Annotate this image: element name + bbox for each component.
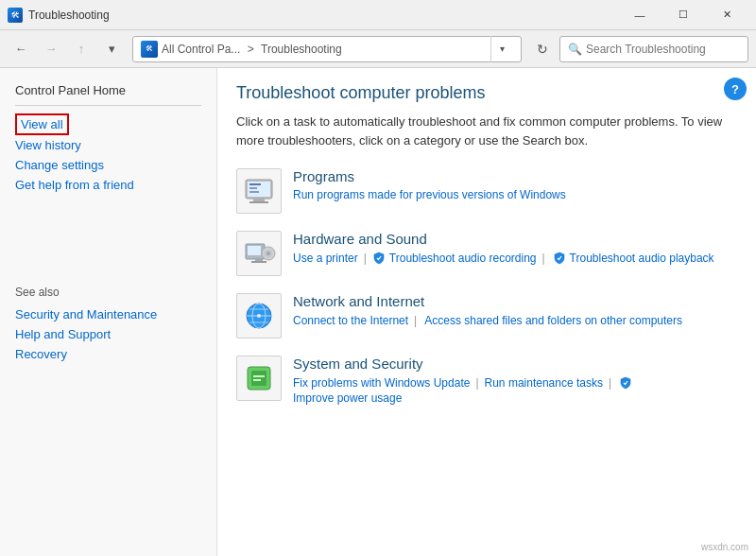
system-link-windows-update[interactable]: Fix problems with Windows Update: [293, 376, 470, 390]
forward-button[interactable]: →: [38, 36, 64, 62]
main-container: Control Panel Home View all View history…: [0, 68, 756, 556]
sidebar-link-view-history[interactable]: View history: [15, 135, 201, 155]
back-button[interactable]: ←: [8, 36, 34, 62]
hardware-sep-2: |: [541, 252, 544, 265]
navigation-bar: ← → ↑ ▾ 🛠 All Control Pa... > Troublesho…: [0, 30, 756, 68]
network-links: Connect to the Internet | Access shared …: [293, 313, 737, 327]
page-description: Click on a task to automatically trouble…: [236, 113, 737, 149]
system-icon: [236, 356, 282, 401]
programs-svg: [242, 174, 276, 208]
hardware-icon: [236, 231, 282, 276]
svg-rect-6: [249, 201, 268, 203]
hardware-title[interactable]: Hardware and Sound: [293, 231, 737, 247]
sidebar-link-recovery[interactable]: Recovery: [15, 344, 201, 364]
address-dropdown[interactable]: ▾: [490, 36, 513, 62]
hardware-sep-1: |: [364, 252, 367, 265]
sidebar-link-security[interactable]: Security and Maintenance: [15, 304, 201, 324]
network-content: Network and Internet Connect to the Inte…: [293, 293, 737, 327]
system-sep-2: |: [609, 376, 611, 390]
svg-rect-2: [249, 183, 261, 185]
refresh-button[interactable]: ↻: [529, 36, 556, 62]
minimize-button[interactable]: —: [618, 0, 662, 30]
shield-icon-audio-rec: [372, 252, 386, 265]
window-title: Troubleshooting: [28, 9, 618, 22]
sidebar-link-help[interactable]: Help and Support: [15, 324, 201, 344]
system-link-maintenance[interactable]: Run maintenance tasks: [485, 376, 603, 390]
hardware-links: Use a printer | Troubleshoot audio recor…: [293, 251, 737, 265]
system-content: System and Security Fix problems with Wi…: [293, 356, 737, 405]
content-area: ? Troubleshoot computer problems Click o…: [217, 68, 756, 556]
programs-links: Run programs made for previous versions …: [293, 188, 737, 201]
svg-rect-4: [249, 191, 259, 193]
shield-icon-power: [619, 376, 632, 390]
sidebar-link-view-all[interactable]: View all: [15, 113, 69, 135]
network-svg: [242, 299, 276, 333]
see-also-label: See also: [15, 286, 201, 299]
sidebar-divider: [15, 105, 201, 106]
programs-link-0[interactable]: Run programs made for previous versions …: [293, 188, 566, 201]
svg-rect-5: [253, 199, 265, 201]
svg-rect-23: [253, 379, 261, 381]
address-path: All Control Pa... > Troubleshooting: [162, 43, 342, 56]
watermark: wsxdn.com: [701, 542, 748, 552]
svg-rect-8: [248, 246, 261, 255]
category-hardware: Hardware and Sound Use a printer | Troub…: [236, 231, 737, 276]
sidebar-link-change-settings[interactable]: Change settings: [15, 155, 201, 175]
svg-point-11: [266, 252, 270, 255]
svg-rect-22: [253, 375, 265, 377]
search-box[interactable]: 🔍: [559, 36, 748, 62]
search-input[interactable]: [586, 43, 740, 56]
network-icon: [236, 293, 282, 339]
window-controls: — ☐ ✕: [618, 0, 748, 30]
network-sep-1: |: [414, 314, 417, 327]
programs-icon: [236, 168, 282, 214]
svg-rect-13: [251, 261, 266, 263]
sidebar-section-main: Control Panel Home View all View history…: [0, 83, 216, 210]
close-button[interactable]: ✕: [705, 0, 748, 30]
network-link-connect[interactable]: Connect to the Internet: [293, 314, 408, 327]
system-svg: [242, 361, 276, 395]
recent-button[interactable]: ▾: [98, 36, 125, 62]
search-icon: 🔍: [568, 43, 582, 56]
svg-point-19: [257, 314, 261, 318]
programs-title[interactable]: Programs: [293, 168, 737, 184]
address-bar[interactable]: 🛠 All Control Pa... > Troubleshooting ▾: [132, 36, 522, 62]
svg-rect-12: [255, 259, 263, 261]
help-button[interactable]: ?: [724, 78, 747, 100]
title-bar: 🛠 Troubleshooting — ☐ ✕: [0, 0, 756, 30]
programs-content: Programs Run programs made for previous …: [293, 168, 737, 201]
category-system: System and Security Fix problems with Wi…: [236, 356, 737, 405]
system-links: Fix problems with Windows Update | Run m…: [293, 375, 737, 405]
system-sep-1: |: [475, 376, 478, 390]
up-button[interactable]: ↑: [68, 36, 94, 62]
hardware-svg: [242, 236, 276, 270]
sidebar: Control Panel Home View all View history…: [0, 68, 217, 556]
svg-rect-21: [251, 371, 266, 386]
category-network: Network and Internet Connect to the Inte…: [236, 293, 737, 339]
hardware-link-printer[interactable]: Use a printer: [293, 252, 358, 265]
svg-rect-3: [249, 187, 257, 189]
shield-icon-audio-play: [553, 252, 566, 265]
hardware-content: Hardware and Sound Use a printer | Troub…: [293, 231, 737, 265]
system-link-power[interactable]: Improve power usage: [293, 391, 402, 405]
system-title[interactable]: System and Security: [293, 356, 737, 372]
network-title[interactable]: Network and Internet: [293, 293, 737, 309]
app-icon: 🛠: [8, 8, 23, 23]
hardware-link-audio-play[interactable]: Troubleshoot audio playback: [570, 252, 714, 265]
sidebar-link-get-help[interactable]: Get help from a friend: [15, 175, 201, 195]
page-title: Troubleshoot computer problems: [236, 83, 737, 103]
sidebar-section-see-also: See also Security and Maintenance Help a…: [0, 286, 216, 379]
hardware-link-audio-rec[interactable]: Troubleshoot audio recording: [389, 252, 537, 265]
category-programs: Programs Run programs made for previous …: [236, 168, 737, 214]
address-icon: 🛠: [141, 41, 158, 58]
sidebar-home-label: Control Panel Home: [15, 83, 201, 97]
network-link-access[interactable]: Access shared files and folders on other…: [424, 314, 682, 327]
maximize-button[interactable]: ☐: [662, 0, 705, 30]
